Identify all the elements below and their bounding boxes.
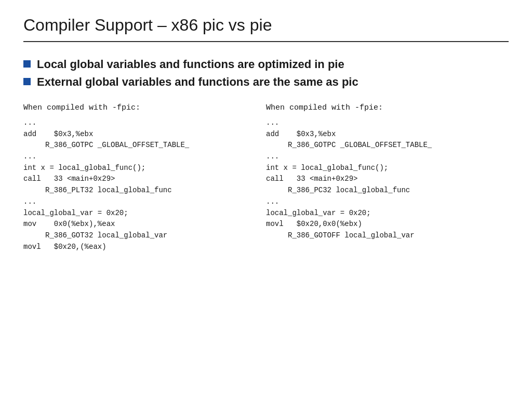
bullet-list: Local global variables and functions are… bbox=[23, 58, 509, 89]
bullet-item-1: Local global variables and functions are… bbox=[23, 58, 509, 71]
bullet-text-1: Local global variables and functions are… bbox=[37, 58, 344, 71]
bullet-square-1 bbox=[23, 60, 31, 68]
right-code: ... add $0x3,%ebx R_386_GOTPC _GLOBAL_OF… bbox=[266, 117, 498, 242]
left-code: ... add $0x3,%ebx R_386_GOTPC _GLOBAL_OF… bbox=[23, 117, 256, 252]
bullet-item-2: External global variables and functions … bbox=[23, 75, 509, 89]
page-title: Compiler Support – x86 pic vs pie bbox=[23, 16, 509, 42]
bullet-text-2: External global variables and functions … bbox=[37, 75, 358, 89]
right-column: When compiled with -fpie: ... add $0x3,%… bbox=[266, 103, 509, 252]
bullet-square-2 bbox=[23, 78, 31, 85]
left-header: When compiled with -fpic: bbox=[23, 103, 256, 112]
code-section: When compiled with -fpic: ... add $0x3,%… bbox=[23, 103, 509, 252]
left-column: When compiled with -fpic: ... add $0x3,%… bbox=[23, 103, 266, 252]
right-header: When compiled with -fpie: bbox=[266, 103, 498, 112]
